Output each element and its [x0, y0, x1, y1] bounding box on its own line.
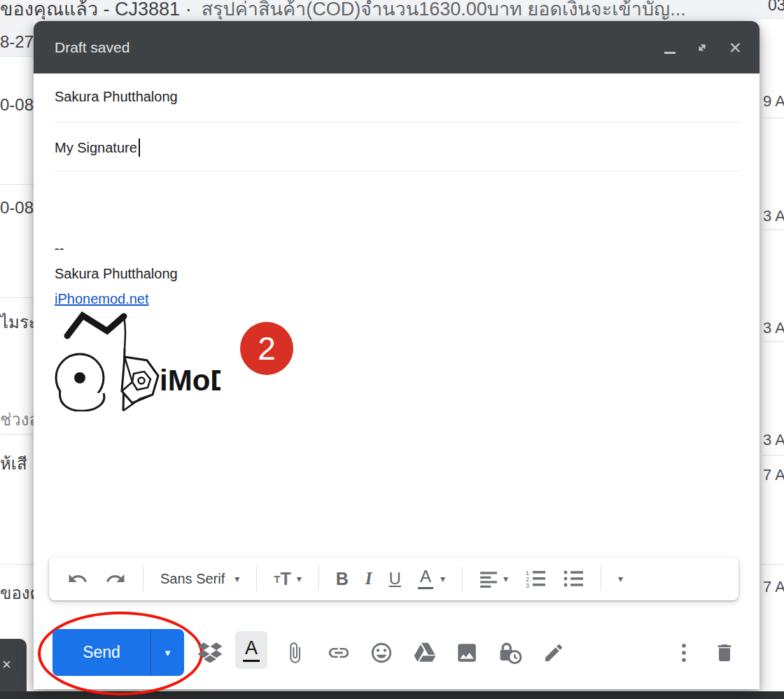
- subject-field[interactable]: My Signature: [55, 139, 140, 157]
- text-size-button[interactable]: TT ▾: [274, 569, 301, 589]
- minimized-close-icon[interactable]: ×: [2, 656, 11, 674]
- send-button[interactable]: Send ▾: [52, 629, 184, 676]
- google-drive-icon: [413, 641, 437, 665]
- insert-emoji-icon: [370, 641, 393, 665]
- attach-file-button[interactable]: [281, 639, 309, 667]
- more-options-button[interactable]: [670, 639, 698, 667]
- recipient-name: Sakura Phutthalong: [55, 89, 178, 104]
- chevron-down-icon: ▾: [297, 573, 302, 584]
- row-divider: [0, 564, 34, 565]
- close-icon[interactable]: ×: [729, 37, 741, 58]
- insert-signature-button[interactable]: [540, 639, 568, 667]
- dropbox-button[interactable]: [196, 639, 224, 667]
- svg-text:3: 3: [526, 582, 529, 588]
- annotation-step-badge: 2: [240, 322, 293, 375]
- formatting-toolbar: Sans Serif ▾ TT ▾ B I U A ▾ ▾: [49, 557, 738, 600]
- row-divider: [0, 297, 34, 298]
- inbox-row-time: 03:2: [768, 0, 784, 15]
- expand-icon[interactable]: [694, 39, 710, 56]
- compose-titlebar[interactable]: Draft saved ×: [34, 21, 760, 73]
- align-button[interactable]: ▾: [479, 570, 508, 588]
- signature-name: Sakura Phutthalong: [55, 266, 178, 282]
- italic-button[interactable]: I: [365, 569, 372, 588]
- formatting-options-icon: A: [245, 639, 258, 658]
- text-size-icon: T: [274, 573, 280, 585]
- insert-link-button[interactable]: [325, 639, 353, 667]
- inbox-date-fragment: 0-08: [0, 198, 34, 218]
- inbox-date-fragment: 3 Au: [763, 431, 784, 449]
- chevron-down-icon: ▾: [618, 573, 623, 584]
- bold-button[interactable]: B: [336, 569, 349, 589]
- formatting-color-bar: [243, 660, 260, 662]
- align-left-icon: [479, 570, 498, 588]
- redo-button[interactable]: [105, 568, 126, 589]
- send-label: Send: [52, 629, 150, 676]
- signature-link[interactable]: iPhonemod.net: [55, 291, 149, 307]
- inbox-date-fragment: 3 Au: [763, 207, 784, 225]
- bulleted-list-button[interactable]: [563, 569, 584, 588]
- inbox-date-fragment: 8-27: [0, 32, 34, 52]
- confidential-mode-button[interactable]: [496, 639, 524, 667]
- more-options-icon: [681, 643, 687, 663]
- numbered-list-icon: 1 2 3: [525, 569, 546, 588]
- toolbar-divider: [601, 566, 601, 591]
- inbox-date-fragment: 0-08: [0, 95, 34, 115]
- discard-draft-button[interactable]: [710, 639, 738, 667]
- text-size-icon-big: T: [280, 569, 290, 589]
- inbox-date-fragment: 7 Au: [763, 466, 784, 484]
- row-divider: [762, 341, 784, 342]
- inbox-date-fragment: 9 Au: [763, 92, 784, 111]
- window-controls: ×: [664, 21, 741, 73]
- inbox-subject-fragment: ของคุณแล้ว - CJ3881 ·: [0, 0, 192, 20]
- signature-delimiter: --: [55, 241, 64, 257]
- insert-photo-button[interactable]: [453, 639, 481, 667]
- recipient-field[interactable]: Sakura Phutthalong: [55, 89, 178, 105]
- inbox-date-fragment: 7 Au: [763, 578, 784, 596]
- draft-status-title: Draft saved: [55, 21, 130, 73]
- toolbar-divider: [318, 566, 319, 591]
- row-divider: [762, 455, 784, 456]
- row-divider: [0, 56, 34, 57]
- field-divider: [55, 122, 740, 122]
- underline-button[interactable]: U: [389, 569, 401, 588]
- trash-icon: [713, 642, 736, 664]
- minimized-window-tab[interactable]: ×: [0, 639, 27, 691]
- subject-text: My Signature: [55, 140, 137, 155]
- text-color-button[interactable]: A ▾: [418, 568, 445, 589]
- compose-window: Draft saved × Sakura Phutthalong My Sign…: [34, 21, 760, 689]
- inbox-date-fragment: 3 Au: [763, 319, 784, 337]
- inbox-text-fragment: ห้เสี: [0, 450, 27, 477]
- toolbar-divider: [143, 566, 144, 591]
- formatting-options-button[interactable]: A: [235, 631, 267, 669]
- text-cursor: [139, 139, 140, 157]
- field-divider: [55, 171, 740, 171]
- imod-logo-text: iMoD: [160, 364, 220, 397]
- chevron-down-icon: ▾: [440, 573, 445, 584]
- minimize-icon[interactable]: [664, 52, 676, 54]
- chevron-down-icon: ▾: [234, 573, 239, 584]
- send-options-button[interactable]: ▾: [151, 629, 184, 676]
- row-divider: [762, 230, 784, 230]
- font-family-selector[interactable]: Sans Serif ▾: [160, 571, 239, 587]
- row-divider: [762, 118, 784, 118]
- inbox-snippet-fragment: สรุปค่าสินค้า(COD)จำนวน1630.00บาท ยอดเงิ…: [202, 0, 686, 20]
- message-body[interactable]: -- Sakura Phutthalong iPhonemod.net iMoD: [34, 182, 760, 553]
- text-color-icon: A: [420, 568, 431, 585]
- google-drive-button[interactable]: [411, 639, 439, 667]
- screen: ของคุณแล้ว - CJ3881 ·สรุปค่าสินค้า(COD)จ…: [0, 0, 784, 699]
- more-formats-button[interactable]: ▾: [618, 573, 623, 584]
- toolbar-divider: [256, 566, 257, 591]
- toolbar-divider: [462, 566, 463, 591]
- inbox-row-top[interactable]: ของคุณแล้ว - CJ3881 ·สรุปค่าสินค้า(COD)จ…: [0, 0, 784, 20]
- insert-emoji-button[interactable]: [368, 639, 396, 667]
- numbered-list-button[interactable]: 1 2 3: [525, 569, 546, 588]
- insert-link-icon: [327, 641, 351, 665]
- undo-button[interactable]: [67, 568, 88, 589]
- row-divider: [0, 434, 34, 435]
- confidential-mode-icon: [498, 640, 523, 665]
- redo-icon: [105, 568, 126, 589]
- imod-logo: iMoD: [42, 306, 220, 411]
- font-family-label: Sans Serif: [160, 571, 225, 587]
- inbox-text-fragment: ไมระ: [0, 309, 38, 336]
- pen-icon: [542, 642, 565, 664]
